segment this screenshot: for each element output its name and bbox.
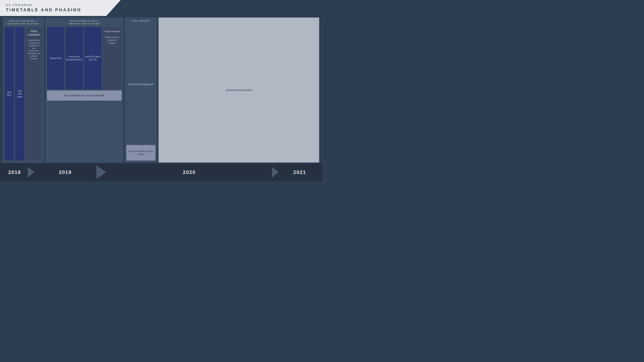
- procurement-proposal: Procurement proposal: [126, 24, 156, 144]
- timeline: 2018 2019 2020 2021: [0, 163, 322, 181]
- timeline-items: 2018 2019 2020 2021: [0, 163, 322, 181]
- year-2020-label: 2020: [179, 169, 200, 175]
- phase1-col-initial-rfq-replies: Inital RFQ replies: [15, 27, 24, 161]
- phase1-columns: Initial RFQ Inital RFQ replies Initial e…: [4, 27, 42, 161]
- timeline-2021: 2021: [280, 169, 319, 175]
- arrow-icon-1: [28, 167, 35, 178]
- timeline-2019: 2019: [36, 169, 94, 175]
- phase2-final-rfq: Final RFQ, BAFO and LOA: [84, 27, 102, 89]
- phase2-revised-rfq: Revised RFQ: [47, 27, 64, 89]
- header-title: TIMETABLE AND PHASING: [6, 7, 105, 12]
- arrow-icon-3: [272, 167, 279, 178]
- security-defence-policy: Security and Defence policy analysis: [126, 145, 156, 161]
- arrow-icon-2: [96, 165, 106, 179]
- final-evaluation-title: Final evaluation: [105, 30, 120, 33]
- timeline-2018: 2018: [3, 169, 26, 175]
- hx-capability-label: HX CAPABILITY EVALUATION: [64, 94, 104, 97]
- header-subtitle: HX PROGRAM: [6, 3, 105, 6]
- header: HX PROGRAM TIMETABLE AND PHASING: [0, 0, 121, 16]
- final-evaluation-sub: What is the best solution for Finland?: [104, 36, 120, 44]
- phase1-container: NEGOTIATION PHASE 1: "DEFINING THE SOLUT…: [3, 17, 44, 162]
- initial-evaluation-title: Initial evaluation: [27, 29, 41, 36]
- timeline-arrow-1: [26, 167, 36, 178]
- year-2021-label: 2021: [290, 169, 310, 175]
- phase1-col-initial-evaluation: Initial evaluation Is the fulfillment of…: [26, 27, 42, 161]
- phase2-procurement-pkg: Procurement package definition: [66, 27, 83, 89]
- phase2-inner: Revised RFQ Procurement package definiti…: [47, 27, 122, 161]
- initial-evaluation-desc: Is the fulfillment of operational capabi…: [27, 39, 41, 60]
- final-report-title: FINAL REPORT: [126, 20, 156, 22]
- year-2018-label: 2018: [4, 169, 25, 175]
- final-report-inner: Procurement proposal Security and Defenc…: [126, 24, 156, 161]
- main-content: NEGOTIATION PHASE 1: "DEFINING THE SOLUT…: [3, 17, 319, 162]
- phase2-container: NEGOTIATION PHASE 2: "REFINING THE SOLUT…: [45, 17, 123, 162]
- gov-decision-label: Government decision: [160, 20, 318, 161]
- phase2-final-evaluation: Final evaluation What is the best soluti…: [103, 27, 122, 89]
- phase1-col-initial-rfq: Initial RFQ: [4, 27, 14, 161]
- timeline-2020: 2020: [108, 169, 270, 175]
- phase2-title: NEGOTIATION PHASE 2: "REFINING THE SOLUT…: [47, 20, 122, 25]
- hx-capability-evaluation-bar: HX CAPABILITY EVALUATION: [47, 90, 122, 101]
- timeline-arrow-2: [94, 165, 108, 179]
- year-2019-label: 2019: [55, 169, 76, 175]
- timeline-arrow-3: [270, 167, 280, 178]
- phase1-title: NEGOTIATION PHASE 1: "DEFINING THE SOLUT…: [4, 20, 42, 25]
- phase2-top-row: Revised RFQ Procurement package definiti…: [47, 27, 122, 89]
- gov-decision-container: Government decision: [158, 17, 319, 162]
- final-report-container: FINAL REPORT Procurement proposal Securi…: [125, 17, 157, 162]
